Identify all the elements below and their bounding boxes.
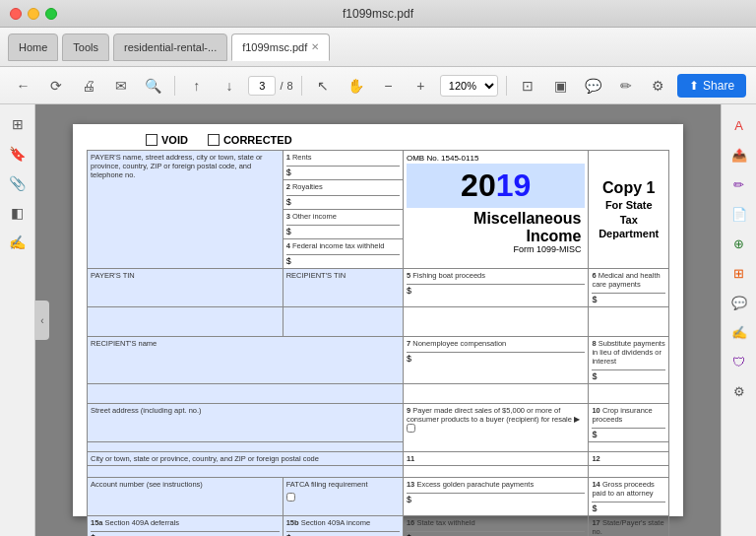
print-button[interactable]: 🖨 <box>75 72 101 100</box>
box8-space <box>589 384 669 404</box>
cursor-tool[interactable]: ↖ <box>310 72 337 100</box>
recipient-name-label: RECIPIENT'S name <box>91 339 400 348</box>
organize-icon[interactable]: ⊞ <box>726 260 752 286</box>
box6-dollar: $ <box>592 293 665 304</box>
main-layout: ⊞ 🔖 📎 ◧ ✍ ‹ VOID CORRECTED <box>0 104 756 536</box>
window-title: f1099msc.pdf <box>343 7 413 21</box>
box7-space <box>403 384 589 404</box>
tab-residential-label: residential-rental-... <box>124 41 217 53</box>
zoom-out-button[interactable]: − <box>375 72 402 100</box>
email-button[interactable]: ✉ <box>107 72 134 100</box>
tab-close-icon[interactable]: ✕ <box>311 41 319 52</box>
fit-page-button[interactable]: ⊡ <box>515 72 541 100</box>
tool2[interactable]: ▣ <box>547 72 574 100</box>
tab-f1099-label: f1099msc.pdf <box>242 41 307 53</box>
protect-icon[interactable]: 🛡 <box>726 349 752 374</box>
collapse-arrow[interactable]: ‹ <box>35 301 49 340</box>
box3-label: 3 Other income <box>286 212 400 221</box>
zoom-select[interactable]: 120% 100% 150% <box>440 75 498 97</box>
copy-number: Copy 1 <box>596 178 662 199</box>
box9-checkbox[interactable] <box>407 424 415 433</box>
share-label: Share <box>703 79 734 93</box>
tab-home[interactable]: Home <box>8 34 58 61</box>
tab-tools[interactable]: Tools <box>62 34 109 61</box>
pen-button[interactable]: ✏ <box>612 72 639 100</box>
back-button[interactable]: ← <box>10 72 36 100</box>
recipient-tin-label: RECIPIENT'S TIN <box>286 271 400 280</box>
corrected-checkbox-item: CORRECTED <box>208 134 292 146</box>
box2-cell: 2 Royalties $ <box>283 180 403 210</box>
zoom-in-search[interactable]: 🔍 <box>140 72 166 100</box>
page-number-input[interactable] <box>248 76 276 96</box>
tab-tools-label: Tools <box>73 41 98 53</box>
comment-button[interactable]: 💬 <box>580 72 606 100</box>
box10-cell: 10 Crop insurance proceeds $ <box>589 404 669 442</box>
box11-space <box>403 466 589 478</box>
box16-label: 16 State tax withheld <box>407 518 586 527</box>
content-area[interactable]: ‹ VOID CORRECTED <box>35 104 721 536</box>
payer-name-label: PAYER'S name, street address, city or to… <box>91 153 280 179</box>
comment-right-icon[interactable]: 💬 <box>726 290 752 315</box>
city-label: City or town, state or province, country… <box>91 454 400 463</box>
export-icon[interactable]: 📤 <box>726 142 752 168</box>
void-corrected-row: VOID CORRECTED <box>87 134 669 146</box>
box14-dollar: $ <box>592 502 665 513</box>
box6-cell: 6 Medical and health care payments $ <box>589 269 669 307</box>
box10-label: 10 Crop insurance proceeds <box>592 406 665 424</box>
more-tools[interactable]: ⚙ <box>645 72 671 100</box>
box13-label: 13 Excess golden parachute payments <box>407 480 586 489</box>
payer-tin-cell: PAYER'S TIN <box>88 269 284 307</box>
box14-cell: 14 Gross proceeds paid to an attorney $ <box>589 478 669 516</box>
box14-label: 14 Gross proceeds paid to an attorney <box>592 480 665 498</box>
minimize-button[interactable] <box>28 8 39 20</box>
fill-sign-icon[interactable]: ✍ <box>726 319 752 345</box>
tab-f1099[interactable]: f1099msc.pdf ✕ <box>231 34 330 61</box>
zoom-in-button[interactable]: + <box>408 72 434 100</box>
street-space <box>88 442 404 452</box>
share-button[interactable]: ⬆ Share <box>677 74 746 98</box>
bookmarks-icon[interactable]: 🔖 <box>6 142 30 166</box>
corrected-checkbox[interactable] <box>208 134 220 146</box>
box7-cell: 7 Nonemployee compensation $ <box>403 337 589 384</box>
box9-label: 9 Payer made direct sales of $5,000 or m… <box>407 406 586 435</box>
box4-cell: 4 Federal income tax withheld $ <box>283 239 403 269</box>
city-space <box>88 466 404 478</box>
forward-button[interactable]: ⟳ <box>42 72 69 100</box>
void-checkbox[interactable] <box>146 134 158 146</box>
prev-page-button[interactable]: ↑ <box>183 72 210 100</box>
tab-residential[interactable]: residential-rental-... <box>113 34 227 61</box>
box6-label: 6 Medical and health care payments <box>592 271 665 289</box>
close-button[interactable] <box>10 8 22 20</box>
recipient-tin-space <box>283 307 403 337</box>
box3-cell: 3 Other income $ <box>283 210 403 239</box>
street-label: Street address (including apt. no.) <box>91 406 400 415</box>
edit-pdf-icon[interactable]: ✏ <box>726 171 752 197</box>
acrobat-icon[interactable]: A <box>726 112 752 138</box>
pan-tool[interactable]: ✋ <box>343 72 369 100</box>
year-20: 20 <box>461 168 496 203</box>
fatca-checkbox[interactable] <box>286 493 295 502</box>
combine-icon[interactable]: ⊕ <box>726 231 752 256</box>
year-block: 2019 <box>407 164 586 208</box>
title-block-cell: OMB No. 1545-0115 2019 MiscellaneousInco… <box>403 151 589 269</box>
thumbnails-icon[interactable]: ⊞ <box>6 112 30 136</box>
street-cell: Street address (including apt. no.) <box>88 404 404 442</box>
maximize-button[interactable] <box>45 8 57 20</box>
box15b-dollar: $ <box>286 531 400 536</box>
title-bar: f1099msc.pdf <box>0 0 756 28</box>
misc-income-title: MiscellaneousIncome <box>410 210 582 244</box>
tab-home-label: Home <box>19 41 47 53</box>
more-icon[interactable]: ⚙ <box>726 378 752 404</box>
signatures-icon[interactable]: ✍ <box>6 231 30 254</box>
box13-cell: 13 Excess golden parachute payments $ <box>403 478 589 516</box>
share-icon: ⬆ <box>689 79 699 93</box>
layers-icon[interactable]: ◧ <box>6 201 30 225</box>
box11-cell: 11 <box>403 452 589 466</box>
next-page-button[interactable]: ↓ <box>216 72 242 100</box>
create-pdf-icon[interactable]: 📄 <box>726 201 752 227</box>
attachments-icon[interactable]: 📎 <box>6 171 30 195</box>
box17-label: 17 State/Payer's state no. <box>592 518 665 536</box>
box7-dollar: $ <box>407 352 586 364</box>
form-title-block: MiscellaneousIncome Form 1099-MISC <box>407 208 586 256</box>
box5-cell: 5 Fishing boat proceeds $ <box>403 269 589 307</box>
